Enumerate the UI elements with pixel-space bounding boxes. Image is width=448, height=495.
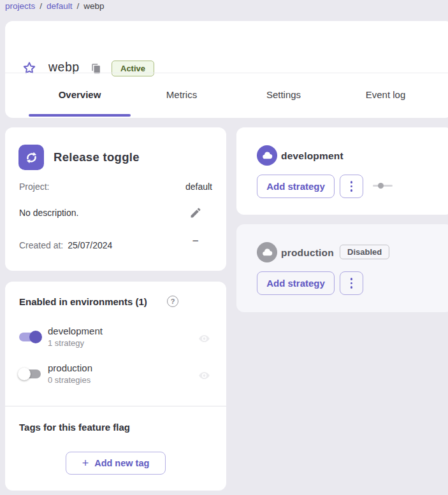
environment-name: development — [48, 326, 103, 336]
project-value: default — [185, 182, 212, 192]
more-options-kebab-button[interactable] — [340, 271, 363, 295]
production-environment-panel: production Disabled Add strategy — [236, 224, 448, 312]
eye-icon[interactable] — [198, 369, 211, 382]
breadcrumb-projects[interactable]: projects — [5, 1, 35, 11]
environment-panel-name: development — [281, 150, 343, 162]
created-at-value: 25/07/2024 — [68, 240, 112, 250]
environment-row: production 0 strategies — [48, 362, 92, 385]
project-label: Project: — [19, 182, 49, 192]
more-options-kebab-button[interactable] — [340, 175, 363, 198]
add-strategy-button[interactable]: Add strategy — [257, 175, 335, 198]
edit-description-icon[interactable] — [189, 206, 202, 219]
plus-icon: + — [82, 457, 89, 470]
tags-heading: Tags for this feature flag — [19, 422, 130, 433]
eye-icon[interactable] — [198, 333, 211, 345]
created-at-label: Created at: — [19, 240, 63, 250]
help-icon[interactable]: ? — [167, 296, 178, 307]
breadcrumb-separator: / — [40, 1, 42, 11]
environment-name: production — [48, 362, 92, 373]
collapse-icon[interactable]: – — [192, 234, 198, 247]
breadcrumb: projects / default / webp — [5, 1, 105, 11]
tab-metrics[interactable]: Metrics — [131, 73, 233, 115]
development-toggle[interactable] — [18, 331, 42, 343]
environments-card: Enabled in environments (1) ? developmen… — [5, 282, 226, 491]
release-toggle-sync-icon — [18, 145, 44, 170]
flag-overview-card: Release toggle Project: default No descr… — [5, 127, 226, 271]
environment-strategy-count: 0 strategies — [48, 375, 92, 385]
environment-row: development 1 strategy — [48, 326, 103, 348]
strategy-connector-icon — [373, 183, 393, 189]
flag-type-title: Release toggle — [54, 150, 140, 164]
cloud-environment-icon — [257, 145, 277, 166]
breadcrumb-current: webp — [83, 1, 104, 11]
description-text: No description. — [19, 208, 78, 218]
breadcrumb-separator: / — [77, 1, 80, 11]
cloud-environment-icon — [257, 242, 277, 262]
project-row: Project: default — [19, 182, 212, 192]
add-new-tag-label: Add new tag — [94, 458, 149, 468]
toggle-thumb — [29, 331, 42, 343]
tab-bar: Overview Metrics Settings Event log — [5, 73, 448, 115]
add-strategy-button[interactable]: Add strategy — [257, 271, 335, 295]
toggle-thumb — [18, 368, 31, 380]
created-at-row: Created at: 25/07/2024 — [19, 240, 112, 250]
tab-settings[interactable]: Settings — [233, 73, 335, 115]
tab-event-log[interactable]: Event log — [335, 73, 437, 115]
description-row: No description. — [19, 208, 212, 218]
breadcrumb-default[interactable]: default — [47, 1, 73, 11]
environment-panel-name: production — [281, 247, 334, 259]
add-new-tag-button[interactable]: + Add new tag — [66, 452, 166, 475]
disabled-badge: Disabled — [340, 245, 389, 259]
active-tab-indicator — [29, 114, 131, 117]
development-environment-panel: development Add strategy — [236, 127, 448, 215]
production-toggle[interactable] — [18, 368, 42, 380]
section-divider — [5, 406, 226, 406]
environment-strategy-count: 1 strategy — [48, 338, 103, 348]
flag-header-card: webp Active Overview Metrics Settings Ev… — [5, 21, 448, 118]
tab-overview[interactable]: Overview — [29, 73, 131, 115]
environments-heading: Enabled in environments (1) — [19, 296, 147, 307]
